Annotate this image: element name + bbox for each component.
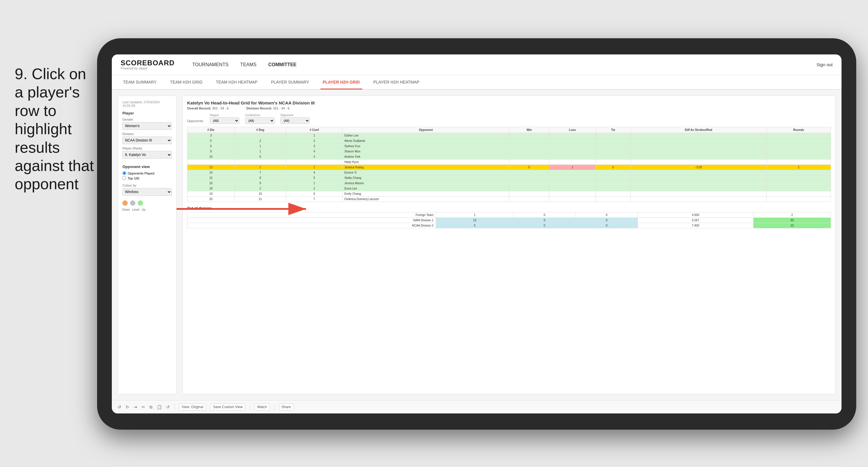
table-row[interactable]: 31Esther Lee: [187, 133, 831, 138]
toolbar: ↺ ↻ ⇥ ✂ ⧉ 📋 ↺ View: Original Save Custom…: [112, 400, 841, 413]
tab-player-h2h-heatmap[interactable]: PLAYER H2H HEATMAP: [371, 75, 422, 89]
table-row[interactable]: 613Sydney Kuo: [187, 144, 831, 149]
colour-labels: Down Level Up: [122, 208, 172, 211]
table-row[interactable]: 1691Jessica Mason: [187, 181, 831, 186]
cell-div: [187, 159, 235, 165]
cell-reg: 1: [235, 165, 286, 170]
conference-select[interactable]: (All): [245, 117, 275, 124]
redo-btn[interactable]: ↻: [126, 405, 129, 409]
colour-dot-up: [138, 200, 143, 206]
cell-name: Federica Domecq Lacroze: [342, 196, 509, 202]
cell-win: [509, 159, 549, 165]
copy-btn[interactable]: ⧉: [150, 405, 152, 410]
watch-btn[interactable]: Watch: [254, 403, 270, 410]
table-row[interactable]: 522Alexis Sudjianto: [187, 138, 831, 144]
cell-reg: 2: [235, 186, 286, 191]
col-opponent: Opponent: [342, 127, 509, 133]
table-row[interactable]: 19106Emily Chang: [187, 191, 831, 196]
cell-diff: [630, 170, 767, 176]
player-rank-select[interactable]: 8. Katelyn Vo: [122, 151, 172, 159]
player-section-title: Player: [122, 111, 172, 115]
cell-name: Emily Chang: [342, 191, 509, 196]
paste-btn[interactable]: 📋: [157, 405, 162, 409]
sub-nav: TEAM SUMMARY TEAM H2H GRID TEAM H2H HEAT…: [112, 75, 841, 90]
toolbar-sep-2: [250, 404, 250, 410]
cell-div: 19: [187, 191, 235, 196]
opponent-select[interactable]: (All): [280, 117, 310, 124]
refresh-btn[interactable]: ↺: [166, 405, 170, 409]
cell-rounds: [767, 133, 831, 138]
cell-name: Stella Chang: [342, 176, 509, 181]
cell-tie: [596, 170, 631, 176]
radio-top-100[interactable]: Top 100: [122, 176, 172, 180]
colour-by-select[interactable]: Win/loss: [122, 188, 172, 196]
gender-select[interactable]: Women's: [122, 122, 172, 130]
division-select[interactable]: NCAA Division III: [122, 136, 172, 144]
out-division-row[interactable]: NAIA Division 115009.26730: [187, 218, 831, 223]
col-div: # Div: [187, 127, 235, 133]
tab-team-h2h-grid[interactable]: TEAM H2H GRID: [168, 75, 205, 89]
col-reg: # Reg: [235, 127, 286, 133]
cell-win: [509, 154, 549, 159]
radio-opponents-played[interactable]: Opponents Played: [122, 171, 172, 175]
table-row[interactable]: 1474Eunice Yi: [187, 170, 831, 176]
instruction-text: 9. Click on a player's row to highlight …: [15, 65, 97, 193]
cell-rounds: [767, 191, 831, 196]
last-updated: Last Updated: 27/03/2024 16:55:38: [122, 100, 172, 107]
table-row[interactable]: 1311Jessica Huang010-3.002: [187, 165, 831, 170]
out-cell: 0: [576, 218, 638, 223]
cell-conf: 1: [286, 165, 342, 170]
out-cell: NCAA Division 2: [187, 223, 436, 228]
cell-win: [509, 186, 549, 191]
cut-btn[interactable]: ✂: [142, 405, 145, 409]
cell-tie: [596, 154, 631, 159]
table-row[interactable]: 1585Stella Chang: [187, 176, 831, 181]
cell-conf: 6: [286, 191, 342, 196]
cell-tie: [596, 186, 631, 191]
table-row[interactable]: Haeji Hyun: [187, 159, 831, 165]
main-content: Last Updated: 27/03/2024 16:55:38 Player…: [112, 90, 841, 400]
tab-team-h2h-heatmap[interactable]: TEAM H2H HEATMAP: [214, 75, 260, 89]
cell-reg: 7: [235, 170, 286, 176]
conference-filter-group: Conference (All): [245, 114, 275, 124]
cell-div: 18: [187, 186, 235, 191]
out-division-row[interactable]: NCAA Division 25007.40010: [187, 223, 831, 228]
cell-diff: [630, 159, 767, 165]
forward-btn[interactable]: ⇥: [133, 405, 137, 409]
cell-reg: 8: [235, 176, 286, 181]
cell-conf: 2: [286, 138, 342, 144]
nav-teams[interactable]: TEAMS: [240, 61, 256, 69]
out-division-row[interactable]: Foreign Team1004.5002: [187, 213, 831, 218]
region-select[interactable]: (All): [210, 117, 239, 124]
cell-conf: 4: [286, 170, 342, 176]
out-cell: 0: [514, 213, 576, 218]
cell-div: 9: [187, 149, 235, 154]
table-row[interactable]: 1063Andrea York: [187, 154, 831, 159]
cell-name: Jessica Mason: [342, 181, 509, 186]
table-row[interactable]: 914Sharon Mun: [187, 149, 831, 154]
grid-area: Katelyn Vo Head-to-Head Grid for Women's…: [182, 96, 836, 394]
undo-btn[interactable]: ↺: [118, 405, 121, 409]
save-custom-view-btn[interactable]: Save Custom View: [210, 403, 245, 410]
cell-loss: [549, 170, 595, 176]
cell-diff: [630, 154, 767, 159]
cell-rounds: [767, 149, 831, 154]
cell-div: 20: [187, 196, 235, 202]
cell-div: 10: [187, 154, 235, 159]
nav-committee[interactable]: COMMITTEE: [268, 61, 297, 69]
view-original-btn[interactable]: View: Original: [179, 403, 206, 410]
table-row[interactable]: 20117Federica Domecq Lacroze: [187, 196, 831, 202]
table-row[interactable]: 1822Euna Lee: [187, 186, 831, 191]
cell-tie: [596, 149, 631, 154]
cell-name: Sydney Kuo: [342, 144, 509, 149]
nav-tournaments[interactable]: TOURNAMENTS: [192, 61, 228, 69]
cell-rounds: [767, 196, 831, 202]
tab-player-h2h-grid[interactable]: PLAYER H2H GRID: [320, 75, 362, 89]
cell-name: Esther Lee: [342, 133, 509, 138]
top-nav: SCOREBOARD Powered by clippd TOURNAMENTS…: [112, 55, 841, 75]
share-btn[interactable]: Share: [279, 403, 293, 410]
sign-out[interactable]: Sign out: [816, 62, 833, 67]
tab-player-summary[interactable]: PLAYER SUMMARY: [269, 75, 311, 89]
tab-team-summary[interactable]: TEAM SUMMARY: [121, 75, 159, 89]
cell-conf: 3: [286, 144, 342, 149]
